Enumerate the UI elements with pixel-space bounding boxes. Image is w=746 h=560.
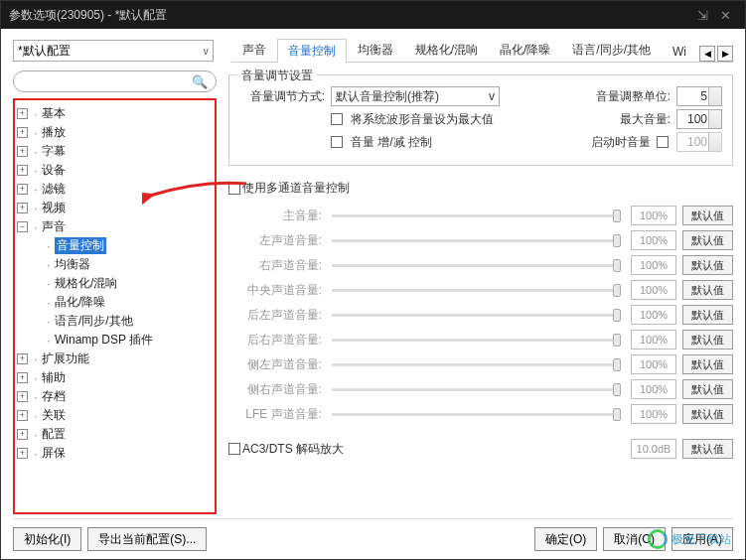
pin-icon[interactable]: ⇲ [691, 8, 714, 23]
tree-item[interactable]: +·播放 [17, 123, 213, 142]
close-icon[interactable]: ✕ [714, 8, 737, 23]
tree-item[interactable]: −·声音 [17, 217, 213, 236]
init-button[interactable]: 初始化(I) [13, 527, 81, 551]
channel-default-button[interactable]: 默认值 [682, 404, 733, 424]
config-select[interactable]: *默认配置 v [13, 40, 214, 62]
unit-label: 音量调整单位: [596, 88, 671, 105]
tree-item[interactable]: +·关联 [17, 406, 213, 425]
tab-1[interactable]: 音量控制 [277, 39, 347, 63]
cancel-button[interactable]: 取消(C) [603, 527, 666, 551]
tab-4[interactable]: 晶化/降噪 [489, 38, 561, 62]
multichannel-label: 使用多通道音量控制 [242, 180, 350, 197]
channel-default-button[interactable]: 默认值 [682, 280, 733, 300]
tree-item[interactable]: +·存档 [17, 387, 213, 406]
tab-6[interactable]: Wi [662, 41, 697, 62]
expand-icon[interactable]: + [17, 165, 28, 176]
tree-item[interactable]: +·配置 [17, 425, 213, 444]
tree-item[interactable]: ·晶化/降噪 [17, 293, 213, 312]
gain-ctrl-checkbox[interactable] [331, 136, 343, 148]
expand-icon[interactable]: + [17, 353, 28, 364]
collapse-icon[interactable]: − [17, 221, 28, 232]
slider-thumb[interactable] [613, 210, 621, 222]
ac3-checkbox[interactable] [228, 443, 240, 455]
tree-item[interactable]: +·设备 [17, 161, 213, 180]
tab-next-button[interactable]: ▶ [717, 46, 733, 62]
tab-5[interactable]: 语言/同步/其他 [561, 38, 662, 62]
expand-icon[interactable]: + [17, 410, 28, 421]
ac3-default-button[interactable]: 默认值 [682, 439, 733, 459]
channel-slider[interactable] [332, 388, 621, 391]
tree-label: 扩展功能 [42, 350, 89, 367]
tab-3[interactable]: 规格化/混响 [404, 38, 489, 62]
expand-icon[interactable]: + [17, 448, 28, 459]
chevron-down-icon: v [204, 46, 209, 57]
sys-max-checkbox[interactable] [331, 113, 343, 125]
channel-label: 侧左声道音量: [228, 356, 322, 373]
channel-slider[interactable] [332, 339, 621, 342]
expand-icon[interactable]: + [17, 127, 28, 138]
search-input[interactable] [22, 74, 192, 88]
channel-default-button[interactable]: 默认值 [682, 230, 733, 250]
channel-value: 100% [631, 280, 676, 300]
method-select[interactable]: 默认音量控制(推荐) v [331, 86, 500, 106]
tree-item[interactable]: ·Winamp DSP 插件 [17, 331, 213, 350]
channel-slider[interactable] [332, 413, 621, 416]
channel-slider[interactable] [332, 363, 621, 366]
tree-item[interactable]: +·滤镜 [17, 180, 213, 199]
start-vol-input[interactable]: 100 [676, 132, 722, 152]
tree-item[interactable]: ·音量控制 [17, 236, 213, 255]
tree-label: Winamp DSP 插件 [55, 332, 153, 349]
tree-item[interactable]: ·均衡器 [17, 255, 213, 274]
expand-icon[interactable]: + [17, 391, 28, 402]
max-vol-label: 最大音量: [620, 111, 671, 128]
tree-item[interactable]: ·语言/同步/其他 [17, 312, 213, 331]
slider-thumb[interactable] [613, 309, 621, 322]
expand-icon[interactable]: + [17, 372, 28, 383]
expand-icon[interactable]: + [17, 146, 28, 157]
channel-slider[interactable] [332, 314, 621, 317]
slider-thumb[interactable] [613, 358, 621, 371]
multichannel-checkbox[interactable] [228, 183, 240, 195]
start-vol-checkbox[interactable] [657, 136, 669, 148]
slider-thumb[interactable] [613, 284, 621, 297]
channel-default-button[interactable]: 默认值 [682, 206, 733, 225]
channel-row: LFE 声道音量:100%默认值 [228, 404, 733, 424]
slider-thumb[interactable] [613, 234, 621, 247]
search-box[interactable]: 🔍 [13, 70, 217, 92]
max-vol-input[interactable]: 100 [676, 109, 722, 129]
slider-thumb[interactable] [613, 334, 621, 347]
tab-2[interactable]: 均衡器 [347, 38, 404, 62]
slider-thumb[interactable] [613, 408, 621, 421]
tree-item[interactable]: +·字幕 [17, 142, 213, 161]
tree-item[interactable]: +·视频 [17, 199, 213, 217]
expand-icon[interactable]: + [17, 184, 28, 195]
channel-slider[interactable] [332, 264, 621, 267]
ok-button[interactable]: 确定(O) [534, 527, 597, 551]
tree-item[interactable]: ·规格化/混响 [17, 274, 213, 293]
slider-thumb[interactable] [613, 259, 621, 272]
expand-icon[interactable]: + [17, 108, 28, 119]
channel-default-button[interactable]: 默认值 [682, 379, 733, 399]
apply-button[interactable]: 应用(A) [671, 527, 733, 551]
channel-slider[interactable] [332, 239, 621, 242]
tree-item[interactable]: +·基本 [17, 104, 213, 123]
window-title: 参数选项(230905) - *默认配置 [9, 7, 167, 24]
sys-max-label: 将系统波形音量设为最大值 [351, 111, 494, 128]
export-button[interactable]: 导出当前配置(S)... [87, 527, 207, 551]
channel-default-button[interactable]: 默认值 [682, 354, 733, 374]
tab-0[interactable]: 声音 [231, 38, 277, 62]
expand-icon[interactable]: + [17, 203, 28, 213]
channel-default-button[interactable]: 默认值 [682, 305, 733, 325]
tab-prev-button[interactable]: ◀ [699, 46, 715, 62]
tree-item[interactable]: +·辅助 [17, 368, 213, 387]
expand-icon[interactable]: + [17, 429, 28, 440]
tree-item[interactable]: +·扩展功能 [17, 350, 213, 368]
unit-input[interactable]: 5 [676, 86, 722, 106]
channel-slider[interactable] [332, 214, 621, 217]
channel-default-button[interactable]: 默认值 [682, 330, 733, 350]
channel-default-button[interactable]: 默认值 [682, 255, 733, 275]
channel-slider[interactable] [332, 289, 621, 292]
start-vol-label: 启动时音量 [591, 134, 651, 151]
slider-thumb[interactable] [613, 383, 621, 396]
tree-item[interactable]: +·屏保 [17, 444, 213, 463]
